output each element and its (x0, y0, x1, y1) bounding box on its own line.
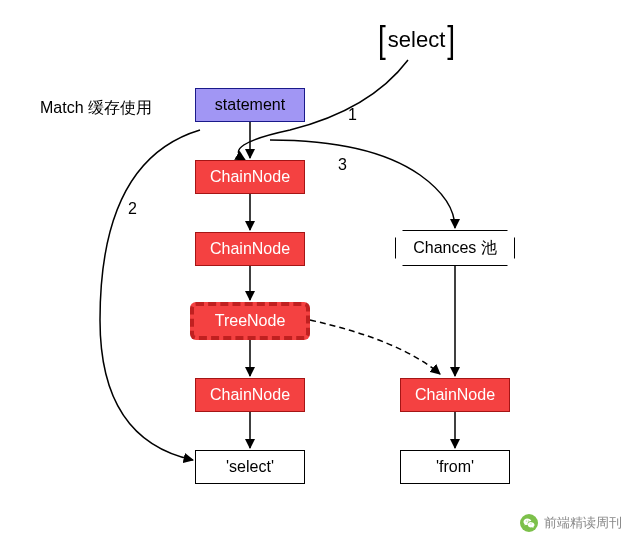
node-leaf-from: 'from' (400, 450, 510, 484)
node-leaf-select-label: 'select' (226, 458, 274, 476)
node-chainnode-3: ChainNode (195, 378, 305, 412)
edge-label-2: 2 (128, 200, 137, 218)
node-chainnode-1: ChainNode (195, 160, 305, 194)
node-leaf-from-label: 'from' (436, 458, 474, 476)
node-statement-label: statement (215, 96, 285, 114)
input-token-bracket: [ select ] (378, 24, 455, 56)
input-token: select (388, 27, 445, 53)
node-chances-pool-label: Chances 池 (413, 238, 497, 259)
node-chainnode-4-label: ChainNode (415, 386, 495, 404)
node-chainnode-3-label: ChainNode (210, 386, 290, 404)
node-chainnode-2-label: ChainNode (210, 240, 290, 258)
node-chainnode-2: ChainNode (195, 232, 305, 266)
node-chainnode-1-label: ChainNode (210, 168, 290, 186)
node-chances-pool: Chances 池 (395, 230, 515, 266)
footer: 前端精读周刊 (520, 514, 622, 532)
wechat-icon (520, 514, 538, 532)
edge-label-3: 3 (338, 156, 347, 174)
edge-label-1: 1 (348, 106, 357, 124)
node-leaf-select: 'select' (195, 450, 305, 484)
node-treenode: TreeNode (190, 302, 310, 340)
node-chainnode-4: ChainNode (400, 378, 510, 412)
footer-text: 前端精读周刊 (544, 514, 622, 532)
edges-layer (0, 0, 640, 542)
node-treenode-label: TreeNode (215, 312, 286, 330)
title-label: Match 缓存使用 (40, 98, 152, 119)
node-statement: statement (195, 88, 305, 122)
